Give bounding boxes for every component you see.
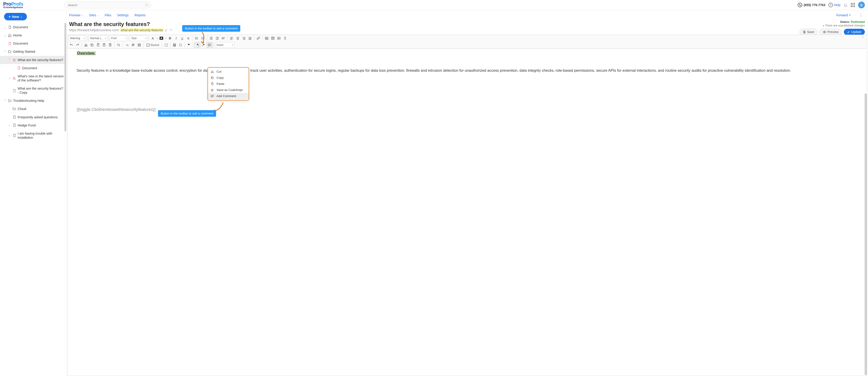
tree-item[interactable]: ⌃Troubleshooting Help bbox=[0, 96, 66, 105]
save-button[interactable]: Save bbox=[800, 29, 817, 35]
blockquote-icon[interactable] bbox=[220, 35, 226, 41]
combo-styles[interactable]: Warning bbox=[68, 35, 86, 41]
tree-toggle-icon[interactable]: ⌄ bbox=[3, 34, 6, 37]
help-link[interactable]: ? Help bbox=[829, 3, 840, 7]
tree-item[interactable]: Document bbox=[0, 64, 66, 72]
maximize-icon[interactable] bbox=[163, 42, 169, 48]
cut-icon[interactable] bbox=[83, 42, 89, 48]
combo-insert[interactable]: Insert bbox=[215, 42, 235, 48]
paste-word-icon[interactable]: W bbox=[107, 42, 113, 48]
body-paragraph[interactable]: Security features in a knowledge base in… bbox=[76, 67, 858, 75]
tree-toggle-icon[interactable]: ⌃ bbox=[3, 50, 6, 53]
bell-icon[interactable] bbox=[844, 3, 848, 7]
menu-sites[interactable]: Sites⌄ bbox=[89, 13, 99, 17]
find-icon[interactable] bbox=[116, 42, 122, 48]
show-blocks-icon[interactable] bbox=[136, 42, 142, 48]
tree-item[interactable]: ⌄Hedge Fund bbox=[0, 121, 66, 129]
number-list-icon[interactable]: 123 bbox=[200, 35, 206, 41]
combo-size[interactable]: Size bbox=[130, 35, 147, 41]
forward-dropdown[interactable]: Forward ▼ bbox=[836, 13, 851, 17]
bg-color-icon[interactable]: A bbox=[158, 35, 164, 41]
gear-icon[interactable] bbox=[169, 29, 173, 32]
redo-icon[interactable] bbox=[74, 42, 81, 48]
text-color-icon[interactable]: A bbox=[150, 35, 156, 41]
kebab-menu-icon[interactable]: ⋮ bbox=[857, 13, 865, 17]
tree-toggle-icon[interactable]: ⌄ bbox=[3, 26, 6, 29]
tree-item[interactable]: ⌄What's new in the latest version of the… bbox=[0, 72, 66, 84]
status-value[interactable]: Published bbox=[851, 20, 865, 24]
tree-item[interactable]: ⌄I am having trouble with installation bbox=[0, 129, 66, 142]
tree-toggle-icon[interactable]: ⌄ bbox=[8, 124, 11, 127]
tree-item[interactable]: ⌃Getting Started bbox=[0, 48, 66, 56]
context-menu-item[interactable]: Save as CodeSnipt bbox=[208, 87, 249, 93]
search-icon[interactable] bbox=[145, 3, 148, 6]
upload-icon[interactable] bbox=[282, 35, 288, 41]
align-left-icon[interactable] bbox=[229, 35, 235, 41]
menu-files[interactable]: Files bbox=[105, 13, 112, 17]
new-button[interactable]: + New ⌄ bbox=[4, 13, 27, 20]
search-input[interactable] bbox=[64, 2, 151, 8]
strike-icon[interactable]: S bbox=[185, 35, 191, 41]
phone-number[interactable]: (855) 776-7763 bbox=[798, 3, 825, 7]
tree-item[interactable]: Frequently asked questions bbox=[0, 113, 66, 121]
apps-grid-icon[interactable] bbox=[851, 3, 855, 7]
tree-item[interactable]: What are the security features? - Copy bbox=[0, 84, 66, 96]
context-menu-item[interactable]: Paste bbox=[208, 81, 249, 87]
image-icon[interactable] bbox=[264, 35, 270, 41]
context-menu-item[interactable]: Copy bbox=[208, 75, 249, 81]
combo-font[interactable]: Font bbox=[110, 35, 127, 41]
remove-format-icon[interactable]: T bbox=[124, 42, 130, 48]
select-all-icon[interactable] bbox=[130, 42, 136, 48]
tree-toggle-icon[interactable]: ⌃ bbox=[8, 58, 11, 61]
paste-icon[interactable] bbox=[95, 42, 101, 48]
menu-reports[interactable]: Reports bbox=[134, 13, 146, 17]
tree-item[interactable]: ⌄Document bbox=[0, 23, 66, 31]
pencil-icon[interactable] bbox=[165, 29, 168, 32]
paste-text-icon[interactable]: T bbox=[101, 42, 107, 48]
tree-toggle-icon[interactable]: ⌄ bbox=[8, 134, 11, 137]
source-button[interactable]: Source bbox=[145, 42, 161, 48]
table-icon[interactable] bbox=[270, 35, 276, 41]
combo-format[interactable]: Normal (... bbox=[89, 35, 107, 41]
copy-icon[interactable] bbox=[89, 42, 95, 48]
editor-scroll-thumb[interactable] bbox=[865, 94, 867, 375]
dropdown-icon[interactable]: ▼ bbox=[156, 35, 158, 41]
indent-icon[interactable] bbox=[214, 35, 220, 41]
dropdown-icon[interactable]: ▼ bbox=[164, 35, 167, 41]
sidebar-scroll-indicator[interactable] bbox=[64, 23, 66, 132]
overview-heading[interactable]: Overview: bbox=[76, 51, 96, 55]
logo[interactable]: ProProfs Knowledgebase bbox=[3, 2, 23, 8]
bullet-list-icon[interactable] bbox=[194, 35, 199, 41]
preview-icon[interactable] bbox=[178, 42, 184, 48]
align-right-icon[interactable] bbox=[241, 35, 247, 41]
undo-icon[interactable] bbox=[68, 42, 74, 48]
add-comment-icon[interactable] bbox=[207, 42, 213, 48]
tree-toggle-icon[interactable]: ⌄ bbox=[8, 77, 11, 80]
ltr-icon[interactable] bbox=[194, 42, 200, 48]
preview-button[interactable]: Preview bbox=[819, 29, 842, 35]
bold-icon[interactable]: B bbox=[167, 35, 173, 41]
menu-preview[interactable]: Preview⌄ bbox=[69, 13, 83, 17]
tree-item[interactable]: Document bbox=[0, 39, 66, 48]
align-justify-icon[interactable] bbox=[247, 35, 253, 41]
url-slug[interactable]: what-are-the-security-features bbox=[120, 28, 163, 32]
print-icon[interactable] bbox=[172, 42, 178, 48]
link-icon[interactable] bbox=[255, 35, 261, 41]
flag-icon[interactable] bbox=[186, 42, 192, 48]
tree-item[interactable]: ⌃What are the security features? bbox=[0, 56, 66, 64]
italic-icon[interactable]: I bbox=[173, 35, 179, 41]
tree-item[interactable]: ⌄Home bbox=[0, 31, 66, 39]
avatar[interactable]: S bbox=[858, 2, 865, 8]
context-menu-item[interactable]: Cut bbox=[208, 68, 249, 75]
context-menu-item[interactable]: Add Comment bbox=[208, 93, 249, 99]
tree-item[interactable]: Cloud bbox=[0, 105, 66, 113]
rtl-icon[interactable] bbox=[200, 42, 206, 48]
editor-body[interactable]: Overview: Security features in a knowled… bbox=[68, 49, 867, 376]
underline-icon[interactable]: U bbox=[179, 35, 185, 41]
video-icon[interactable] bbox=[276, 35, 282, 41]
menu-settings[interactable]: Settings bbox=[117, 13, 129, 17]
update-button[interactable]: Update bbox=[844, 29, 865, 35]
tree-toggle-icon[interactable]: ⌃ bbox=[3, 99, 6, 102]
outdent-icon[interactable] bbox=[208, 35, 214, 41]
align-center-icon[interactable] bbox=[235, 35, 241, 41]
